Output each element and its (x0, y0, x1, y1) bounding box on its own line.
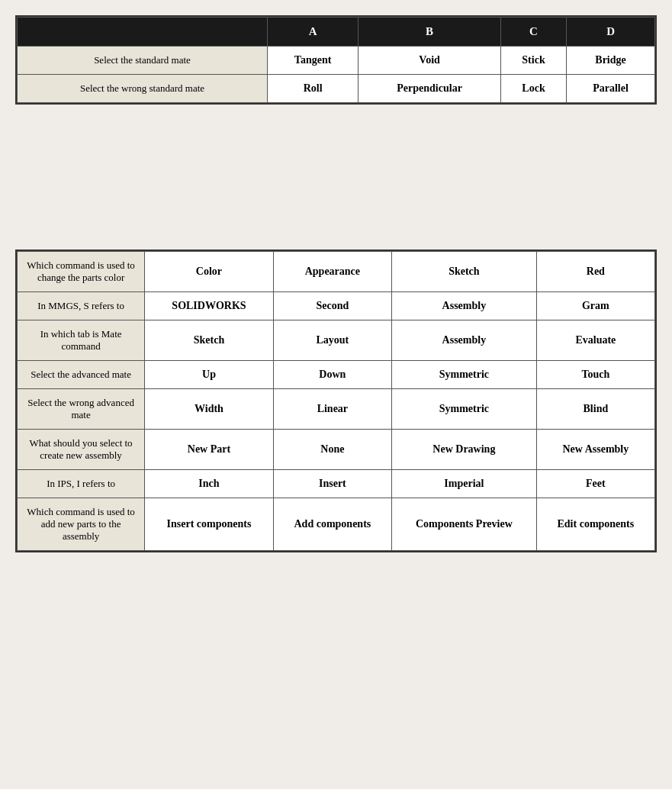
answer-cell: Down (273, 361, 391, 389)
table-row: Select the standard mateTangentVoidStick… (18, 47, 655, 75)
table1-header-b: B (359, 18, 501, 47)
answer-cell: Symmetric (392, 389, 537, 430)
answer-cell: Roll (267, 75, 358, 103)
table1-container: A B C D Select the standard mateTangentV… (15, 15, 657, 105)
answer-cell: New Drawing (392, 430, 537, 470)
answer-cell: Appearance (273, 252, 391, 292)
answer-cell: Lock (500, 75, 566, 103)
answer-cell: Width (145, 389, 274, 430)
answer-cell: New Assembly (536, 430, 654, 470)
table-row: What should you select to create new ass… (18, 430, 655, 470)
table1-header-a: A (267, 18, 358, 47)
answer-cell: Gram (536, 292, 654, 320)
answer-cell: Symmetric (392, 361, 537, 389)
answer-cell: Second (273, 292, 391, 320)
table1: A B C D Select the standard mateTangentV… (17, 17, 655, 103)
question-cell: Which command is used to add new parts t… (18, 498, 145, 551)
question-cell: In MMGS, S refers to (18, 292, 145, 320)
answer-cell: Imperial (392, 470, 537, 498)
answer-cell: Stick (500, 47, 566, 75)
table1-header-row: A B C D (18, 18, 655, 47)
answer-cell: Void (359, 47, 501, 75)
table-row: In IPS, I refers toInchInsertImperialFee… (18, 470, 655, 498)
table-row: In which tab is Mate commandSketchLayout… (18, 320, 655, 361)
question-cell: What should you select to create new ass… (18, 430, 145, 470)
question-cell: In IPS, I refers to (18, 470, 145, 498)
answer-cell: Color (145, 252, 274, 292)
table2: Which command is used to change the part… (17, 251, 655, 551)
answer-cell: Components Preview (392, 498, 537, 551)
answer-cell: Inch (145, 470, 274, 498)
answer-cell: Red (536, 252, 654, 292)
answer-cell: Evaluate (536, 320, 654, 361)
answer-cell: None (273, 430, 391, 470)
answer-cell: Edit components (536, 498, 654, 551)
table-row: Which command is used to add new parts t… (18, 498, 655, 551)
answer-cell: Layout (273, 320, 391, 361)
answer-cell: Add components (273, 498, 391, 551)
question-cell: Which command is used to change the part… (18, 252, 145, 292)
question-cell: In which tab is Mate command (18, 320, 145, 361)
table1-header-empty (18, 18, 268, 47)
answer-cell: Assembly (392, 320, 537, 361)
table-row: Select the wrong advanced mateWidthLinea… (18, 389, 655, 430)
question-cell: Select the advanced mate (18, 361, 145, 389)
answer-cell: Assembly (392, 292, 537, 320)
answer-cell: Perpendicular (359, 75, 501, 103)
table2-container: Which command is used to change the part… (15, 250, 657, 552)
answer-cell: Parallel (567, 75, 655, 103)
table1-header-c: C (500, 18, 566, 47)
question-cell: Select the standard mate (18, 47, 268, 75)
answer-cell: Up (145, 361, 274, 389)
question-cell: Select the wrong standard mate (18, 75, 268, 103)
answer-cell: Sketch (392, 252, 537, 292)
answer-cell: Sketch (145, 320, 274, 361)
table1-header-d: D (567, 18, 655, 47)
question-cell: Select the wrong advanced mate (18, 389, 145, 430)
table-row: Select the wrong standard mateRollPerpen… (18, 75, 655, 103)
table-row: Select the advanced mateUpDownSymmetricT… (18, 361, 655, 389)
answer-cell: Bridge (567, 47, 655, 75)
answer-cell: Linear (273, 389, 391, 430)
table-row: In MMGS, S refers toSOLIDWORKSSecondAsse… (18, 292, 655, 320)
answer-cell: Feet (536, 470, 654, 498)
answer-cell: New Part (145, 430, 274, 470)
answer-cell: SOLIDWORKS (145, 292, 274, 320)
answer-cell: Insert (273, 470, 391, 498)
spacer (15, 127, 657, 250)
answer-cell: Insert components (145, 498, 274, 551)
table-row: Which command is used to change the part… (18, 252, 655, 292)
answer-cell: Blind (536, 389, 654, 430)
answer-cell: Touch (536, 361, 654, 389)
answer-cell: Tangent (267, 47, 358, 75)
